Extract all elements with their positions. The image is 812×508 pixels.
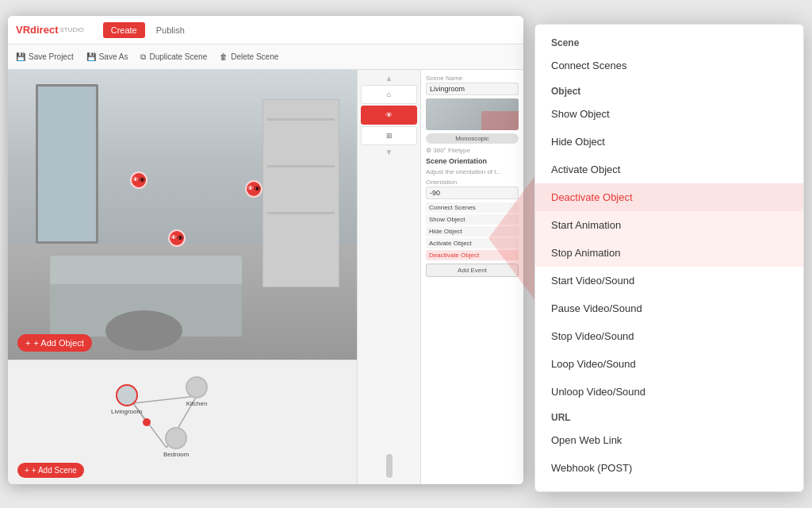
main-content: 👁 👁 👁 + + Add Object [8, 70, 523, 484]
app-window: VRdirect STUDIO Create Publish 💾 Save Pr… [8, 16, 523, 484]
save-as-button[interactable]: 💾 Save As [86, 52, 128, 61]
dropdown-item-open-web-link[interactable]: Open Web Link [535, 426, 803, 454]
filetype-label: ⚙ 360° Filetype [426, 147, 519, 154]
node-circle-kitchen [186, 376, 208, 398]
orientation-section: Scene Orientation [426, 157, 519, 165]
toolbar: 💾 Save Project 💾 Save As ⧉ Duplicate Sce… [8, 44, 523, 70]
node-bedroom[interactable]: Bedroom [163, 427, 189, 458]
dropdown-item-deactivate-object[interactable]: Deactivate Object [535, 183, 803, 211]
svg-point-4 [143, 418, 151, 426]
dropdown-item-webhook-post[interactable]: Webhook (POST) [535, 454, 803, 482]
duplicate-icon: ⧉ [140, 52, 146, 62]
node-label-bedroom: Bedroom [163, 451, 189, 458]
window-element [36, 84, 98, 244]
hotspot-2[interactable]: 👁 [245, 180, 262, 198]
tab-create[interactable]: Create [103, 22, 145, 38]
delete-scene-button[interactable]: 🗑 Delete Scene [220, 52, 278, 61]
scene-name-label: Scene Name [426, 75, 519, 82]
scene-background: 👁 👁 👁 [8, 70, 357, 360]
dropdown-item-stop-animation[interactable]: Stop Animation [535, 239, 803, 267]
filetype-field: ⚙ 360° Filetype [426, 147, 519, 154]
plus-icon: + [25, 338, 30, 348]
eye-icon-1: 👁 [132, 176, 139, 183]
duplicate-scene-button[interactable]: ⧉ Duplicate Scene [140, 52, 207, 62]
scroll-up-arrow[interactable]: ▲ [361, 73, 417, 83]
eye-icon-2: 👁 [247, 185, 254, 192]
dropdown-panel: Scene Connect Scenes Object Show Object … [534, 24, 804, 492]
dropdown-item-hide-object[interactable]: Hide Object [535, 128, 803, 156]
right-sidebar: ▲ ⌂ 👁 ⊞ ▼ [357, 70, 420, 484]
node-label-kitchen: Kitchen [186, 400, 208, 407]
save-as-icon: 💾 [86, 52, 96, 61]
dropdown-item-stop-video-sound[interactable]: Stop Video/Sound [535, 322, 803, 350]
scene-name-value[interactable]: Livingroom [426, 83, 519, 95]
dropdown-item-start-video-sound[interactable]: Start Video/Sound [535, 267, 803, 294]
dropdown-item-show-object[interactable]: Show Object [535, 100, 803, 128]
add-scene-button[interactable]: + + Add Scene [17, 463, 84, 478]
dropdown-item-activate-object[interactable]: Activate Object [535, 156, 803, 183]
bookshelf [262, 99, 339, 288]
dropdown-item-loop-video-sound[interactable]: Loop Video/Sound [535, 350, 803, 378]
add-object-button[interactable]: + + Add Object [17, 334, 92, 352]
dropdown-section-header-scene: Scene [535, 31, 803, 52]
scene-thumbnail [426, 98, 519, 130]
delete-icon: 🗑 [220, 52, 228, 61]
dropdown-item-connect-scenes[interactable]: Connect Scenes [535, 52, 803, 79]
top-bar: VRdirect STUDIO Create Publish [8, 16, 523, 44]
dropdown-section-header-url: URL [535, 406, 803, 426]
hotspot-1[interactable]: 👁 [130, 171, 147, 189]
save-project-button[interactable]: 💾 Save Project [16, 52, 74, 61]
tab-publish[interactable]: Publish [148, 22, 193, 38]
sidebar-home-button[interactable]: ⌂ [361, 85, 417, 104]
node-circle-livingroom [116, 384, 138, 406]
plus-scene-icon: + [25, 466, 29, 475]
sidebar-image-button[interactable]: ⊞ [361, 126, 417, 145]
app-logo: VRdirect STUDIO [16, 24, 84, 36]
scene-graph: Livingroom Kitchen Bedroom + + Add Scene [8, 360, 357, 484]
logo-studio-text: STUDIO [59, 27, 83, 33]
node-livingroom[interactable]: Livingroom [111, 384, 142, 415]
viewport: 👁 👁 👁 + + Add Object [8, 70, 357, 484]
save-icon: 💾 [16, 52, 25, 61]
sidebar-eye-button[interactable]: 👁 [361, 106, 417, 125]
node-circle-bedroom [165, 427, 187, 449]
scroll-down-arrow[interactable]: ▼ [361, 147, 417, 157]
scene-thumb-overlay [481, 111, 519, 130]
eye-icon-3: 👁 [170, 234, 177, 241]
logo-vr-text: VRdirect [16, 24, 58, 36]
node-kitchen[interactable]: Kitchen [186, 376, 208, 407]
nav-tabs: Create Publish [103, 22, 193, 38]
scene-name-field: Scene Name Livingroom [426, 75, 519, 95]
dropdown-item-start-animation[interactable]: Start Animation [535, 211, 803, 239]
node-label-livingroom: Livingroom [111, 408, 142, 415]
dropdown-item-pause-video-sound[interactable]: Pause Video/Sound [535, 294, 803, 322]
dropdown-item-unloop-video-sound[interactable]: Unloop Video/Sound [535, 378, 803, 406]
dropdown-section-header-object: Object [535, 79, 803, 100]
red-triangle-decoration [488, 175, 536, 302]
filetype-badge: Monoscopic [426, 133, 519, 144]
scroll-handle [386, 454, 393, 478]
